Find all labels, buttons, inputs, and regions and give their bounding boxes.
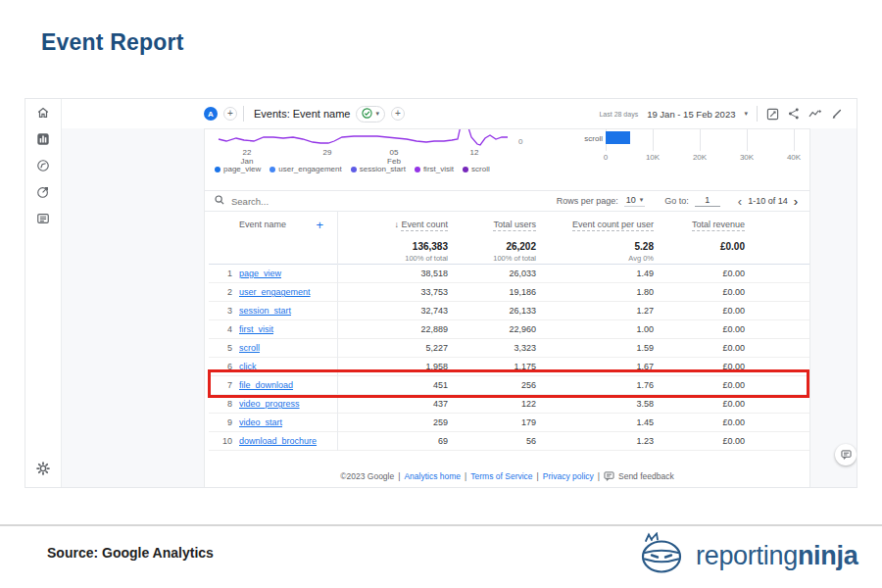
event-link[interactable]: file_download [239,380,293,390]
x-tick: 29 [323,148,332,157]
feedback-button[interactable] [835,444,857,466]
events-line [219,129,508,145]
chart-legend: page_view user_engagement session_start … [215,165,490,173]
chevron-down-icon: ▾ [640,196,644,204]
event-link[interactable]: user_engagement [239,287,311,297]
total-revenue: £0.00 [654,241,745,252]
event-link[interactable]: session_start [239,306,291,316]
table-row-highlighted: 7 file_download 451256 1.76£0.00 [209,376,809,395]
column-header-event-count-per-user[interactable]: Event count per user [572,220,654,231]
event-link[interactable]: scroll [239,343,260,353]
admin-gear-icon[interactable] [25,462,61,475]
column-header-event-name[interactable]: Event name [239,220,286,229]
event-link[interactable]: video_start [239,417,282,427]
table-row: 9 video_start 259179 1.45£0.00 [209,414,809,432]
scroll-bar [606,131,630,144]
table-row: 1 page_view 38,51826,033 1.49£0.00 [209,265,809,283]
goto-label: Go to: [664,196,689,206]
advertising-icon[interactable] [36,185,50,199]
rows-per-page-select[interactable]: 10▾ [624,195,646,207]
edit-comparison-icon[interactable] [766,108,779,121]
previous-page-icon[interactable]: ‹ [738,195,742,208]
table-row: 4 first_visit 22,88922,960 1.00£0.00 [209,320,809,339]
footer-divider: | [398,471,400,481]
ga-header-bar: A + Events: Event name ▾ + Last 28 days … [62,99,858,128]
legend-item: page_view [215,165,261,173]
share-icon[interactable] [788,108,800,120]
event-link[interactable]: video_progress [239,399,300,409]
date-range-picker[interactable]: 19 Jan - 15 Feb 2023 [647,109,735,120]
send-feedback-link[interactable]: Send feedback [618,471,674,481]
table-toolbar: Rows per page: 10▾ Go to: 1 ‹ 1-10 of 14… [205,191,809,211]
ga-footer: ©2023 Google | Analytics home | Terms of… [205,471,809,481]
footer-divider: | [465,471,466,481]
bar-gridline [700,129,701,151]
legend-item: user_engagement [270,165,342,173]
explore-icon[interactable] [36,159,50,172]
bar-tick: 10K [646,153,660,162]
column-header-total-users[interactable]: Total users [493,220,536,231]
bar-tick: 30K [740,153,754,162]
table-row: 8 video_progress 437122 3.58£0.00 [209,395,809,414]
metric-status-pill[interactable]: ▾ [356,106,385,122]
bar-gridline [794,129,795,151]
chevron-down-icon: ▾ [375,110,379,118]
page-divider [0,524,882,526]
header-divider [757,106,758,122]
legend-dot [270,167,275,172]
add-comparison-button[interactable]: + [223,107,237,121]
goto-page-input[interactable]: 1 [695,195,720,207]
event-link[interactable]: download_brochure [239,436,317,446]
library-icon[interactable] [36,212,50,225]
search-box[interactable] [215,191,380,211]
bar-tick: 0 [604,153,608,162]
table-header-row: Event name + ↓ Event count Total users E… [209,211,809,238]
rows-per-page-label: Rows per page: [557,196,618,206]
events-over-time-chart [209,129,522,147]
legend-dot [351,167,357,172]
source-attribution: Source: Google Analytics [47,545,214,561]
add-metric-button[interactable]: + [391,107,405,121]
search-icon [215,195,224,207]
footer-divider: | [537,471,539,481]
chevron-down-icon[interactable]: ▾ [744,110,748,118]
bar-gridline [653,129,654,151]
report-card: 0 22Jan 29 05Feb 12 scroll 0 10K 20K 30K… [204,128,810,488]
terms-of-service-link[interactable]: Terms of Service [470,471,532,481]
search-input[interactable] [229,195,380,208]
events-table: Event name + ↓ Event count Total users E… [209,211,809,451]
legend-item: session_start [351,165,406,173]
report-title: Events: Event name [254,108,350,120]
legend-item: scroll [463,165,490,173]
google-analytics-screenshot: A + Events: Event name ▾ + Last 28 days … [24,98,858,488]
footer-divider: | [598,471,600,481]
total-event-count: 136,383 [333,241,448,252]
bar-gridline [747,129,748,151]
customize-report-pencil-icon[interactable] [831,108,843,120]
home-icon[interactable] [36,106,50,120]
event-link[interactable]: first_visit [239,324,273,334]
insights-icon[interactable] [808,108,822,120]
event-link[interactable]: click [239,362,257,371]
table-row: 6 click 1,9581,175 1.67£0.00 [209,358,809,376]
check-circle-icon [362,108,372,121]
table-row: 3 session_start 32,74326,133 1.27£0.00 [209,302,809,320]
reportingninja-logo: reportingninja [635,532,858,579]
privacy-policy-link[interactable]: Privacy policy [543,471,594,481]
x-tick: 22Jan [241,148,254,166]
column-header-event-count[interactable]: Event count [401,220,448,231]
event-link[interactable]: page_view [239,269,281,278]
x-tick: 12 [470,148,479,157]
page-range: 1-10 of 14 [748,196,788,206]
comparison-avatar[interactable]: A [204,107,218,121]
table-row: 2 user_engagement 33,75319,186 1.80£0.00 [209,283,809,302]
add-column-button[interactable]: + [316,218,323,232]
table-totals-row: 136,383100% of total 26,202100% of total… [209,238,809,265]
next-page-icon[interactable]: › [794,195,798,208]
analytics-home-link[interactable]: Analytics home [404,471,461,481]
reports-icon[interactable] [36,132,50,146]
date-range-preset-label: Last 28 days [599,111,638,118]
column-header-total-revenue[interactable]: Total revenue [692,220,745,231]
bar-tick: 20K [693,153,707,162]
page-title: Event Report [41,29,184,56]
